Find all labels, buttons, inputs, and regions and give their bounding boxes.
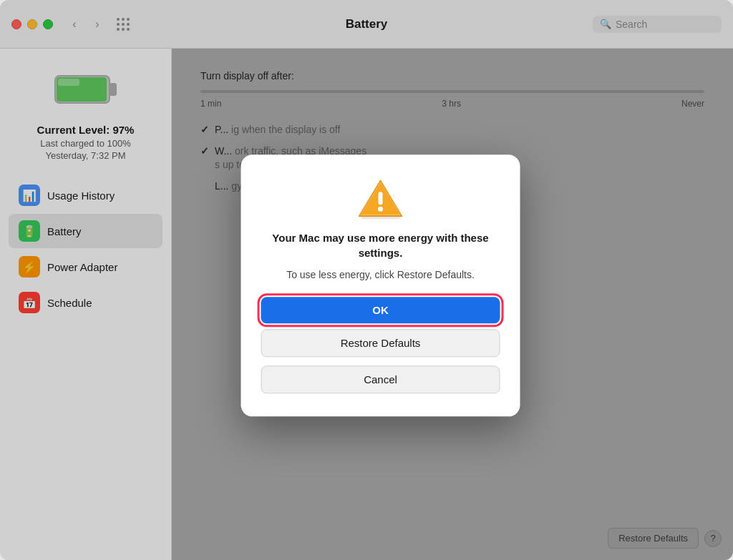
sidebar: Current Level: 97% Last charged to 100% … xyxy=(0,49,172,560)
modal-dialog: Your Mac may use more energy with these … xyxy=(241,154,520,416)
battery-charged: Last charged to 100% xyxy=(37,138,135,149)
search-bar[interactable]: 🔍 Search xyxy=(593,16,722,33)
search-placeholder: Search xyxy=(616,19,647,30)
battery-icon-container xyxy=(54,70,118,112)
power-adapter-icon: ⚡ xyxy=(19,256,40,277)
restore-defaults-modal-button[interactable]: Restore Defaults xyxy=(261,329,500,357)
svg-point-6 xyxy=(378,206,383,211)
cancel-button[interactable]: Cancel xyxy=(261,365,500,393)
maximize-button[interactable] xyxy=(43,19,53,29)
grid-view-button[interactable] xyxy=(113,14,133,34)
sidebar-item-label-battery: Battery xyxy=(47,225,82,237)
svg-rect-1 xyxy=(110,83,117,96)
warning-icon xyxy=(358,177,404,219)
sidebar-item-usage-history[interactable]: 📊 Usage History xyxy=(9,178,162,212)
window-title: Battery xyxy=(346,17,388,31)
svg-rect-3 xyxy=(58,79,79,86)
title-bar: ‹ › Battery 🔍 Search xyxy=(0,0,733,49)
sidebar-item-label-schedule: Schedule xyxy=(47,297,92,309)
battery-nav-icon: 🔋 xyxy=(19,220,40,242)
modal-title: Your Mac may use more energy with these … xyxy=(261,230,500,260)
grid-icon xyxy=(117,18,130,31)
svg-rect-5 xyxy=(379,192,383,205)
battery-icon xyxy=(54,70,118,109)
sidebar-item-battery[interactable]: 🔋 Battery xyxy=(9,214,162,248)
back-button[interactable]: ‹ xyxy=(64,14,84,34)
nav-buttons: ‹ › xyxy=(64,14,107,34)
sidebar-item-schedule[interactable]: 📅 Schedule xyxy=(9,285,162,320)
ok-button[interactable]: OK xyxy=(261,297,500,323)
sidebar-item-label-power-adapter: Power Adapter xyxy=(47,261,117,273)
schedule-icon: 📅 xyxy=(19,292,40,313)
battery-info: Current Level: 97% Last charged to 100% … xyxy=(37,124,135,161)
sidebar-item-label-usage-history: Usage History xyxy=(47,190,115,202)
modal-message: To use less energy, click Restore Defaul… xyxy=(261,267,500,283)
battery-time: Yesterday, 7:32 PM xyxy=(37,150,135,161)
sidebar-items: 📊 Usage History 🔋 Battery ⚡ Power Adapte… xyxy=(0,178,171,321)
sidebar-item-power-adapter[interactable]: ⚡ Power Adapter xyxy=(9,250,162,284)
traffic-lights xyxy=(11,19,53,29)
close-button[interactable] xyxy=(11,19,21,29)
battery-level: Current Level: 97% xyxy=(37,124,135,136)
minimize-button[interactable] xyxy=(27,19,37,29)
search-icon: 🔍 xyxy=(600,19,611,29)
usage-history-icon: 📊 xyxy=(19,185,40,206)
forward-button[interactable]: › xyxy=(87,14,107,34)
